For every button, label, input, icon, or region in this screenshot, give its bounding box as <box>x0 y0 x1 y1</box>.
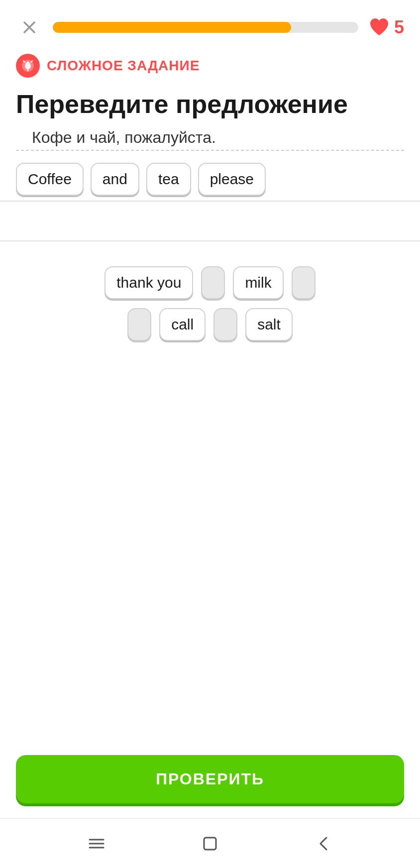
back-arrow-icon <box>314 834 333 854</box>
top-bar: 5 <box>0 0 420 49</box>
bank-chip-blank4 <box>213 308 237 341</box>
bank-chip-thank-you[interactable]: thank you <box>105 266 193 299</box>
answer-chips-row-1: Coffee and tea please <box>0 151 420 202</box>
russian-sentence: Кофе и чай, пожалуйста. <box>16 124 404 151</box>
lives-container: 5 <box>368 16 404 38</box>
square-icon <box>200 834 220 854</box>
bank-chip-call[interactable]: call <box>159 308 206 341</box>
bank-chip-blank3 <box>127 308 151 341</box>
answer-chip-tea[interactable]: tea <box>146 163 191 196</box>
check-button[interactable]: ПРОВЕРИТЬ <box>16 755 404 803</box>
home-nav-button[interactable] <box>200 834 220 854</box>
svg-rect-9 <box>204 838 216 850</box>
close-button[interactable] <box>16 14 43 41</box>
progress-bar-fill <box>53 22 291 33</box>
answer-chips-row-2 <box>0 202 420 241</box>
bank-chip-salt[interactable]: salt <box>245 308 293 341</box>
bank-chip-milk[interactable]: milk <box>233 266 283 299</box>
hard-task-icon <box>16 54 40 78</box>
hard-task-label: СЛОЖНОЕ ЗАДАНИЕ <box>47 58 200 74</box>
bottom-nav <box>0 818 420 868</box>
word-bank-row-2: call salt <box>16 308 404 341</box>
menu-nav-button[interactable] <box>87 834 106 854</box>
progress-bar-container <box>53 22 358 33</box>
bank-chip-blank2 <box>292 266 315 299</box>
answer-chip-and[interactable]: and <box>91 163 139 196</box>
heart-icon <box>368 16 390 38</box>
back-nav-button[interactable] <box>314 834 333 854</box>
bank-chip-blank1 <box>201 266 225 299</box>
hard-task-row: СЛОЖНОЕ ЗАДАНИЕ <box>0 49 420 83</box>
lives-count: 5 <box>394 17 404 38</box>
menu-icon <box>87 834 106 854</box>
word-bank-row-1: thank you milk <box>16 266 404 299</box>
word-bank: thank you milk call salt <box>0 246 420 745</box>
answer-chip-please[interactable]: please <box>198 163 266 196</box>
main-heading: Переведите предложение <box>0 83 420 124</box>
answer-chip-coffee[interactable]: Coffee <box>16 163 84 196</box>
